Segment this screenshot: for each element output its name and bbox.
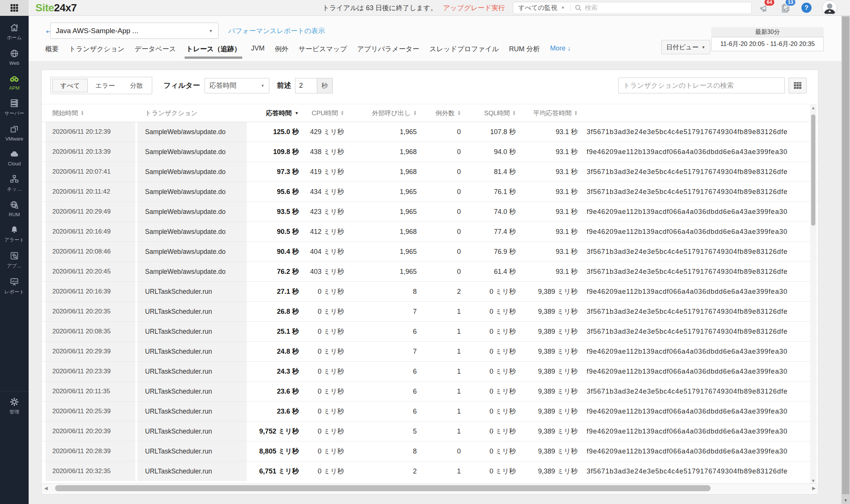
- table-body: 2020/06/11 20:12:39SampleWeb/aws/update.…: [42, 122, 818, 481]
- sidebar-item-alerts[interactable]: アラート: [0, 225, 29, 243]
- help-button[interactable]: ?: [801, 3, 812, 13]
- table-row[interactable]: 2020/06/11 20:13:39SampleWeb/aws/update.…: [42, 142, 818, 162]
- cell-avg-response-time: 9,389 ミリ秒: [516, 282, 578, 301]
- gear-icon: [9, 397, 19, 407]
- table-row[interactable]: 2020/06/11 20:11:35URLTaskScheduler.run2…: [42, 382, 818, 402]
- app-launcher-button[interactable]: [0, 0, 29, 16]
- sidebar-item-web[interactable]: Web: [0, 49, 29, 66]
- tab-5[interactable]: 例外: [275, 44, 288, 59]
- table-row[interactable]: 2020/06/11 20:20:35URLTaskScheduler.run2…: [42, 302, 818, 322]
- cell-avg-response-time: 9,389 ミリ秒: [516, 322, 578, 341]
- column-settings-button[interactable]: [789, 78, 807, 93]
- scroll-left-icon[interactable]: ◀: [42, 486, 50, 491]
- column-header-external-calls[interactable]: 外部呼び出し ▲▼: [344, 109, 417, 118]
- monitor-scope-dropdown[interactable]: すべての監視▼: [513, 3, 570, 12]
- upgrade-link[interactable]: アップグレード実行: [443, 3, 505, 12]
- cell-exception-count: 1: [417, 322, 461, 341]
- site24x7-logo: Site24x7: [35, 2, 77, 14]
- trace-search-input[interactable]: [618, 78, 785, 93]
- table-row[interactable]: 2020/06/11 20:08:46SampleWeb/aws/update.…: [42, 242, 818, 262]
- cell-cpu-time: 0 ミリ秒: [299, 322, 344, 341]
- notifications-button[interactable]: 64: [759, 3, 770, 13]
- global-search-input[interactable]: [585, 4, 747, 12]
- cell-transaction: SampleWeb/aws/update.do: [138, 222, 247, 241]
- scroll-down-icon[interactable]: ▼: [810, 478, 816, 483]
- time-range-value[interactable]: 11-6月-20 20:05 - 11-6月-20 20:35: [711, 37, 824, 51]
- sidebar-item-reports[interactable]: レポート: [0, 277, 29, 295]
- column-header-response-time[interactable]: 応答時間 ▼: [247, 109, 299, 118]
- application-selector[interactable]: Java AWS-Sample-App ... ▼: [50, 23, 219, 39]
- table-vertical-scrollbar[interactable]: ▲ ▼: [810, 104, 816, 484]
- unit-suffix: 秒: [317, 78, 333, 93]
- cell-start-time: 2020/06/11 20:25:39: [46, 402, 135, 421]
- table-row[interactable]: 2020/06/11 20:20:45SampleWeb/aws/update.…: [42, 262, 818, 282]
- cell-exception-count: 1: [417, 362, 461, 381]
- tab-9[interactable]: RUM 分析: [509, 44, 540, 59]
- tab-3[interactable]: トレース（追跡）: [186, 44, 241, 59]
- tab-1[interactable]: トランザクション: [69, 44, 124, 59]
- table-row[interactable]: 2020/06/11 20:32:35URLTaskScheduler.run6…: [42, 461, 818, 481]
- tab-0[interactable]: 概要: [45, 44, 59, 59]
- cell-avg-response-time: 9,389 ミリ秒: [516, 461, 578, 481]
- cell-trace-id: 3f5671b3ad3e24e3e5bc4c4e5179176749304fb8…: [578, 182, 804, 202]
- view-option-distributed[interactable]: 分散: [122, 79, 150, 92]
- tasks-button[interactable]: 13: [780, 3, 791, 13]
- view-option-all[interactable]: すべて: [52, 79, 88, 92]
- user-avatar[interactable]: [822, 0, 837, 15]
- column-header-avg-response-time[interactable]: 平均応答時間 ▲▼: [516, 109, 578, 118]
- filter-field-dropdown[interactable]: 応答時間 ▼: [205, 78, 269, 93]
- tab-7[interactable]: アプリパラメーター: [357, 44, 419, 59]
- tab-6[interactable]: サービスマップ: [298, 44, 347, 59]
- table-row[interactable]: 2020/06/11 20:16:49SampleWeb/aws/update.…: [42, 222, 818, 242]
- table-row[interactable]: 2020/06/11 20:08:35URLTaskScheduler.run2…: [42, 322, 818, 342]
- date-view-button[interactable]: 日付ビュー ▼: [661, 40, 710, 54]
- table-row[interactable]: 2020/06/11 20:16:39URLTaskScheduler.run2…: [42, 282, 818, 302]
- table-row[interactable]: 2020/06/11 20:29:49SampleWeb/aws/update.…: [42, 202, 818, 222]
- tab-2[interactable]: データベース: [135, 44, 176, 59]
- page-scrollbar[interactable]: ▼: [841, 16, 850, 504]
- sidebar-item-network[interactable]: ネッ…: [0, 174, 29, 192]
- column-header-sql-time[interactable]: SQL時間 ▲▼: [461, 109, 516, 118]
- app-magnifier-icon: [9, 251, 19, 261]
- cell-external-calls: 2: [344, 461, 417, 481]
- column-header-cpu-time[interactable]: CPU時間 ▲▼: [299, 109, 344, 118]
- scroll-right-icon[interactable]: ▶: [810, 486, 818, 491]
- table-header: 開始時間 ▲▼ トランザクション 応答時間 ▼ CPU時間 ▲▼ 外部呼び出し …: [42, 104, 818, 122]
- table-row[interactable]: 2020/06/11 20:12:39SampleWeb/aws/update.…: [42, 122, 818, 142]
- table-row[interactable]: 2020/06/11 20:23:39URLTaskScheduler.run2…: [42, 362, 818, 382]
- table-row[interactable]: 2020/06/11 20:11:42SampleWeb/aws/update.…: [42, 182, 818, 202]
- threshold-input[interactable]: [295, 78, 317, 93]
- sidebar-item-vmware[interactable]: VMware: [0, 124, 29, 142]
- cell-response-time: 6,751 ミリ秒: [247, 461, 299, 481]
- tab-8[interactable]: スレッドプロファイル: [430, 44, 499, 59]
- table-row[interactable]: 2020/06/11 20:25:39URLTaskScheduler.run2…: [42, 402, 818, 422]
- table-row[interactable]: 2020/06/11 20:20:39URLTaskScheduler.run9…: [42, 422, 818, 441]
- column-header-exception-count[interactable]: 例外数 ▲▼: [417, 109, 461, 118]
- sort-updown-icon: ▲▼: [457, 110, 461, 116]
- cell-transaction: SampleWeb/aws/update.do: [138, 122, 247, 142]
- sidebar-item-home[interactable]: ホーム: [0, 23, 29, 41]
- sidebar-item-server[interactable]: サーバー: [0, 98, 29, 117]
- scroll-up-icon[interactable]: ▲: [810, 105, 816, 110]
- sidebar-item-applications[interactable]: アプ…: [0, 251, 29, 269]
- table-row[interactable]: 2020/06/11 20:29:39URLTaskScheduler.run2…: [42, 342, 818, 362]
- cell-exception-count: 1: [417, 402, 461, 421]
- cell-response-time: 23.6 秒: [247, 402, 299, 421]
- page-scrollbar-thumb[interactable]: [842, 17, 849, 494]
- sidebar-item-rum[interactable]: RUM: [0, 200, 29, 217]
- table-row[interactable]: 2020/06/11 20:28:39URLTaskScheduler.run8…: [42, 441, 818, 461]
- tab-10[interactable]: More ↓: [550, 44, 571, 59]
- vertical-scrollbar-thumb[interactable]: [811, 115, 815, 226]
- tab-4[interactable]: JVM: [251, 44, 264, 59]
- sidebar-item-cloud[interactable]: Cloud: [0, 149, 29, 166]
- table-row[interactable]: 2020/06/11 20:07:41SampleWeb/aws/update.…: [42, 162, 818, 182]
- scroll-down-icon[interactable]: ▼: [841, 498, 850, 502]
- view-option-errors[interactable]: エラー: [88, 79, 122, 92]
- trial-expiry-text: トライアルは 63 日後に終了します。: [323, 3, 437, 12]
- sidebar-item-apm[interactable]: APM: [0, 73, 29, 91]
- column-header-start-time[interactable]: 開始時間 ▲▼: [46, 109, 135, 118]
- sidebar-item-admin[interactable]: 管理: [0, 397, 29, 415]
- horizontal-scrollbar-thumb[interactable]: [55, 485, 711, 491]
- table-horizontal-scrollbar[interactable]: ◀ ▶: [42, 483, 818, 493]
- performance-report-link[interactable]: パフォーマンスレポートの表示: [228, 26, 325, 35]
